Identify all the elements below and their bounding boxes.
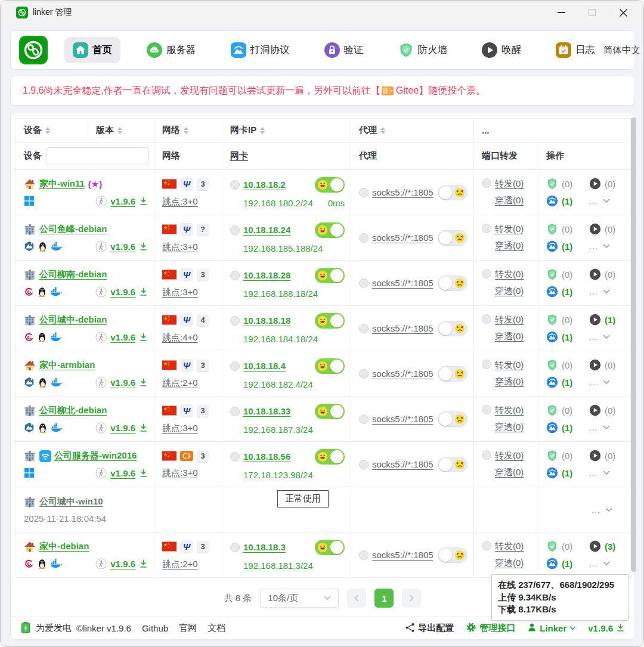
proxy-link[interactable]: socks5://*:1805 [372, 187, 434, 197]
tab-shield[interactable]: 防火墙 [390, 37, 456, 63]
manage-api-button[interactable]: 管理接口 [466, 622, 515, 634]
proxy-link[interactable]: socks5://*:1805 [372, 459, 434, 469]
forward-link[interactable]: 转发(0) [495, 314, 524, 326]
pierce-link[interactable]: 穿透(0) [495, 376, 524, 388]
version-link[interactable]: v1.9.6 [110, 196, 135, 206]
more-actions-button[interactable]: ... [589, 332, 626, 342]
device-name-link[interactable]: 家中-armbian [39, 360, 95, 371]
tab-home[interactable]: 首页 [64, 37, 120, 63]
tab-lock[interactable]: 验证 [316, 37, 372, 63]
wake-button[interactable] [589, 314, 601, 326]
proxy-toggle[interactable] [438, 275, 467, 291]
tab-play[interactable]: 唤醒 [473, 37, 530, 63]
nic-toggle[interactable] [315, 313, 345, 329]
language-selector[interactable]: 简体中文 [603, 44, 644, 57]
pierce-link[interactable]: 穿透(0) [495, 467, 524, 478]
radio-button[interactable] [230, 180, 240, 190]
nic-header-link[interactable]: 网卡 [230, 150, 248, 162]
hops-link[interactable]: 跳点:4+0 [162, 332, 198, 343]
version-link[interactable]: v1.9.6 [110, 468, 135, 478]
punch-button[interactable] [546, 558, 558, 569]
firewall-button[interactable] [546, 404, 558, 416]
wake-button[interactable] [589, 540, 601, 552]
punch-button[interactable] [546, 195, 558, 207]
nic-toggle[interactable] [315, 358, 345, 374]
sort-header-version[interactable]: 版本 [88, 119, 154, 143]
hops-link[interactable]: 跳点:3+0 [162, 287, 198, 298]
radio-button[interactable] [359, 550, 369, 560]
radio-button[interactable] [359, 460, 369, 469]
radio-button[interactable] [230, 543, 240, 552]
pierce-link[interactable]: 穿透(0) [495, 240, 524, 252]
nic-ip-link[interactable]: 10.18.18.28 [243, 270, 290, 280]
hops-link[interactable]: 跳点:2+0 [162, 377, 198, 389]
radio-button[interactable] [482, 178, 491, 188]
punch-button[interactable] [546, 240, 558, 252]
sort-header-nic-ip[interactable]: 网卡IP [222, 119, 351, 143]
relay-count-badge[interactable]: 3 [197, 178, 209, 190]
wake-button[interactable] [589, 359, 601, 371]
forward-link[interactable]: 转发(0) [495, 178, 524, 190]
device-name-link[interactable]: 家中-win11 [39, 178, 85, 190]
radio-button[interactable] [482, 269, 491, 278]
nic-ip-link[interactable]: 10.18.18.3 [243, 542, 286, 552]
punch-button[interactable] [546, 422, 558, 434]
tab-tunnel[interactable]: 打洞协议 [222, 37, 298, 63]
tab-calendar[interactable]: 日志 [547, 37, 603, 63]
pierce-link[interactable]: 穿透(0) [495, 331, 524, 342]
punch-button[interactable] [546, 331, 558, 343]
close-button[interactable] [608, 2, 639, 23]
forward-link[interactable]: 转发(0) [495, 269, 524, 280]
version-link[interactable]: v1.9.6 [110, 242, 135, 252]
more-actions-button[interactable]: ... [589, 468, 626, 478]
website-link[interactable]: 官网 [179, 623, 197, 634]
radio-button[interactable] [359, 188, 369, 197]
wake-button[interactable] [589, 268, 601, 280]
page-size-select[interactable]: 10条/页 [260, 589, 339, 608]
firewall-button[interactable] [546, 223, 558, 235]
pierce-link[interactable]: 穿透(0) [495, 558, 524, 569]
punch-button[interactable] [546, 376, 558, 388]
proxy-toggle[interactable] [438, 185, 467, 200]
wake-button[interactable] [589, 178, 601, 190]
nic-ip-link[interactable]: 10.18.18.4 [243, 361, 286, 371]
device-name-link[interactable]: 公司柳北-debian [39, 405, 107, 416]
sort-header-proxy[interactable]: 代理 [351, 119, 474, 143]
tab-cloud[interactable]: 服务器 [138, 37, 205, 63]
firewall-button[interactable] [546, 450, 558, 462]
proxy-toggle[interactable] [438, 411, 467, 427]
firewall-button[interactable] [546, 359, 558, 371]
relay-count-badge[interactable]: 3 [197, 405, 209, 417]
firewall-button[interactable] [546, 178, 558, 190]
radio-button[interactable] [482, 224, 491, 233]
docs-link[interactable]: 文档 [208, 623, 225, 634]
radio-button[interactable] [230, 271, 240, 280]
relay-count-badge[interactable]: 3 [197, 450, 209, 462]
version-link[interactable]: v1.9.6 [110, 332, 135, 342]
footer-version[interactable]: v1.9.6 [588, 623, 625, 634]
gitee-link[interactable]: Gitee [396, 85, 419, 96]
version-link[interactable]: v1.9.6 [110, 559, 135, 569]
radio-button[interactable] [482, 450, 491, 460]
forward-link[interactable]: 转发(0) [495, 360, 524, 371]
sort-header-network[interactable]: 网络 [154, 119, 222, 143]
firewall-button[interactable] [546, 540, 558, 552]
nic-toggle[interactable] [315, 268, 345, 283]
radio-button[interactable] [482, 314, 491, 324]
device-name-link[interactable]: 公司城中-debian [39, 314, 107, 326]
hops-link[interactable]: 跳点:3+0 [162, 196, 198, 208]
maximize-button[interactable] [577, 2, 608, 23]
device-name-link[interactable]: 公司城中-win10 [39, 496, 103, 507]
github-link[interactable]: Github [142, 623, 168, 633]
device-filter-input[interactable] [47, 147, 149, 165]
firewall-button[interactable] [546, 268, 558, 280]
radio-button[interactable] [359, 278, 369, 288]
wake-button[interactable] [589, 223, 601, 235]
relay-count-badge[interactable]: 3 [197, 360, 209, 372]
hops-link[interactable]: 跳点:3+0 [162, 468, 198, 479]
more-actions-button[interactable]: ... [589, 242, 626, 251]
radio-button[interactable] [230, 361, 240, 371]
forward-link[interactable]: 转发(0) [495, 541, 524, 552]
radio-button[interactable] [359, 414, 369, 424]
version-link[interactable]: v1.9.6 [110, 287, 135, 297]
